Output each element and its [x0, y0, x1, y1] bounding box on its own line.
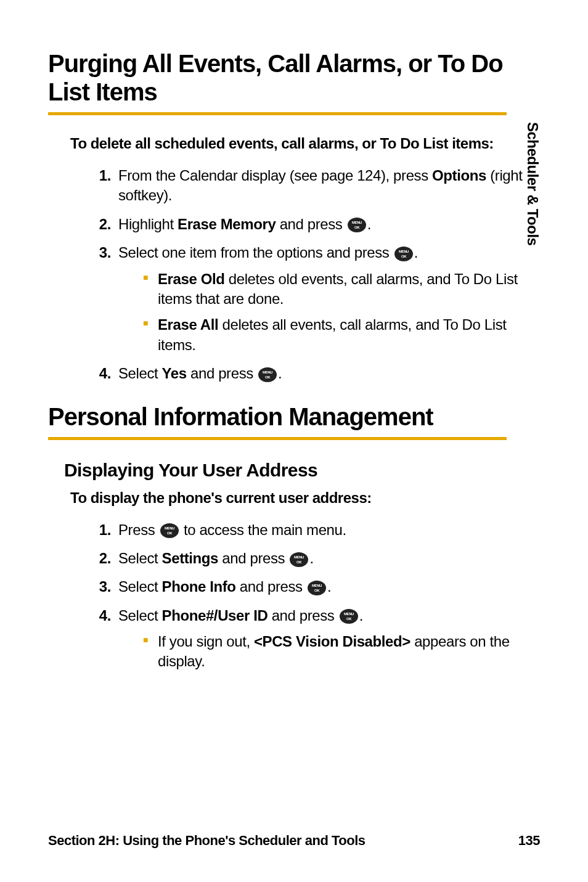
svg-text:MENU: MENU: [344, 612, 354, 616]
svg-text:MENU: MENU: [399, 250, 409, 253]
step-number: 2.: [86, 549, 111, 568]
step-number: 2.: [86, 214, 111, 234]
step-bold: Erase Memory: [178, 216, 276, 232]
sub-text: If you sign out,: [158, 633, 254, 650]
step-text: .: [309, 550, 313, 566]
step-body: Press MENUOK to access the main menu.: [118, 520, 540, 540]
steps-purging: 1. From the Calendar display (see page 1…: [86, 166, 540, 384]
step-text: Select: [118, 607, 162, 624]
svg-text:MENU: MENU: [165, 526, 174, 530]
menu-ok-icon: MENUOK: [394, 246, 414, 262]
rule-divider: [48, 437, 507, 440]
svg-text:OK: OK: [265, 375, 271, 379]
sub-item: Erase All deletes all events, call alarm…: [143, 315, 540, 355]
svg-text:OK: OK: [354, 226, 360, 229]
menu-ok-icon: MENUOK: [160, 523, 179, 539]
step-4: 4. Select Phone#/User ID and press MENUO…: [86, 606, 540, 672]
step-text: Highlight: [118, 216, 178, 232]
step-text: and press: [218, 550, 288, 566]
step-text: Press: [118, 521, 159, 538]
svg-text:OK: OK: [167, 531, 173, 535]
step-text: .: [327, 578, 331, 595]
step-body: Select Phone Info and press MENUOK.: [118, 577, 540, 597]
menu-ok-icon: MENUOK: [347, 217, 367, 233]
step-text: and press: [236, 578, 306, 595]
svg-point-18: [340, 609, 358, 624]
svg-point-9: [160, 523, 179, 538]
step-body: Select Settings and press MENUOK.: [118, 549, 540, 568]
step-text: .: [359, 607, 363, 624]
step-4: 4. Select Yes and press MENUOK.: [86, 364, 540, 383]
svg-point-6: [258, 367, 277, 382]
step-number: 1.: [86, 520, 111, 540]
step-bold: Phone Info: [162, 578, 236, 595]
menu-ok-icon: MENUOK: [307, 580, 327, 596]
footer-page-number: 135: [518, 833, 540, 849]
step-bold: Phone#/User ID: [162, 607, 268, 624]
step-body: Select Yes and press MENUOK.: [118, 364, 540, 383]
sub-bold: Erase All: [158, 316, 218, 333]
intro-purging: To delete all scheduled events, call ala…: [70, 135, 540, 152]
sub-bold: Erase Old: [158, 271, 224, 287]
step-3: 3. Select Phone Info and press MENUOK.: [86, 577, 540, 597]
subhead-user-address: Displaying Your User Address: [64, 460, 540, 481]
step-number: 3.: [86, 243, 111, 263]
step-text: Select: [118, 365, 162, 382]
intro-user-address: To display the phone's current user addr…: [70, 489, 540, 507]
step-3: 3. Select one item from the options and …: [86, 243, 540, 355]
step-text: Select: [118, 578, 162, 595]
step-body: Select one item from the options and pre…: [118, 243, 540, 355]
step-text: .: [367, 216, 371, 232]
step-text: Select: [118, 550, 162, 566]
svg-text:OK: OK: [296, 560, 302, 564]
page-content: Scheduler & Tools Purging All Events, Ca…: [0, 0, 588, 882]
step-text: .: [414, 244, 418, 261]
footer-section: Section 2H: Using the Phone's Scheduler …: [48, 833, 365, 848]
svg-text:MENU: MENU: [294, 555, 304, 559]
svg-text:MENU: MENU: [352, 221, 362, 224]
step-text: Select one item from the options and pre…: [118, 244, 393, 261]
step-bold: Yes: [162, 365, 187, 382]
step-number: 1.: [86, 166, 111, 186]
svg-point-3: [394, 247, 413, 261]
step-body: From the Calendar display (see page 124)…: [118, 166, 540, 206]
step-1: 1. From the Calendar display (see page 1…: [86, 166, 540, 206]
sub-bold: <PCS Vision Disabled>: [254, 633, 410, 650]
step-number: 4.: [86, 606, 111, 626]
step-bold: Options: [432, 167, 486, 184]
sub-list: If you sign out, <PCS Vision Disabled> a…: [143, 632, 540, 672]
step-body: Select Phone#/User ID and press MENUOK. …: [118, 606, 540, 672]
step-text: to access the main menu.: [180, 521, 346, 538]
step-number: 3.: [86, 577, 111, 597]
section-title-pim: Personal Information Management: [48, 402, 540, 431]
svg-text:OK: OK: [314, 589, 320, 592]
sub-list: Erase Old deletes old events, call alarm…: [143, 269, 540, 356]
svg-point-15: [308, 581, 326, 595]
svg-text:OK: OK: [346, 617, 352, 621]
page-footer: Section 2H: Using the Phone's Scheduler …: [48, 833, 540, 849]
steps-user-address: 1. Press MENUOK to access the main menu.…: [86, 520, 540, 672]
step-1: 1. Press MENUOK to access the main menu.: [86, 520, 540, 540]
sub-item: Erase Old deletes old events, call alarm…: [143, 269, 540, 309]
svg-point-12: [290, 552, 308, 567]
step-number: 4.: [86, 364, 111, 383]
menu-ok-icon: MENUOK: [289, 552, 309, 568]
sub-item: If you sign out, <PCS Vision Disabled> a…: [143, 632, 540, 672]
svg-text:MENU: MENU: [312, 584, 322, 587]
step-text: .: [278, 365, 282, 382]
svg-text:MENU: MENU: [263, 370, 272, 374]
step-bold: Settings: [162, 550, 218, 566]
menu-ok-icon: MENUOK: [339, 608, 359, 624]
step-text: and press: [267, 607, 338, 624]
svg-text:OK: OK: [401, 255, 407, 258]
step-2: 2. Highlight Erase Memory and press MENU…: [86, 214, 540, 234]
section-title-purging: Purging All Events, Call Alarms, or To D…: [48, 49, 540, 106]
step-text: and press: [276, 216, 346, 232]
step-2: 2. Select Settings and press MENUOK.: [86, 549, 540, 568]
step-body: Highlight Erase Memory and press MENUOK.: [118, 214, 540, 234]
step-text: and press: [187, 365, 257, 382]
rule-divider: [48, 112, 507, 115]
step-text: From the Calendar display (see page 124)…: [118, 167, 432, 184]
menu-ok-icon: MENUOK: [258, 367, 277, 383]
svg-point-0: [348, 218, 366, 232]
